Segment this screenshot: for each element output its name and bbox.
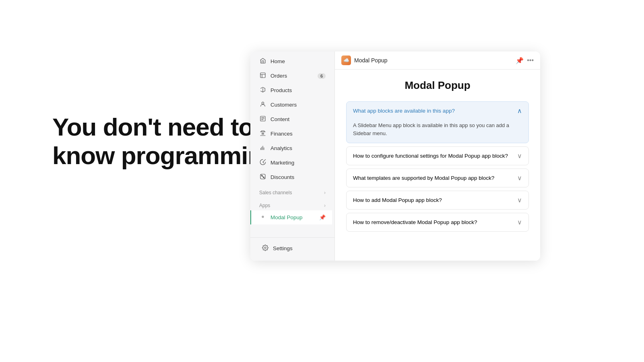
faq-item-1[interactable]: What app blocks are available in this ap… [346,101,529,143]
more-options-icon[interactable]: ••• [527,57,534,64]
sidebar-item-marketing[interactable]: Marketing [253,156,332,170]
main-header: ☁️ Modal Popup 📌 ••• [335,51,540,70]
faq-question-1: What app blocks are available in this ap… [353,108,517,114]
sidebar-item-analytics[interactable]: Analytics [253,141,332,155]
finances-icon [259,130,266,138]
orders-icon [259,72,266,80]
sidebar-content-label: Content [270,116,326,122]
faq-question-5: How to remove/deactivate Modal Popup app… [353,219,517,225]
faq-chevron-1: ∧ [517,107,522,115]
sidebar-item-modal-popup[interactable]: Modal Popup 📌 [250,210,332,224]
header-actions: 📌 ••• [516,57,534,64]
sales-channels-chevron: › [324,190,326,195]
customers-icon [259,101,266,109]
main-header-title: Modal Popup [354,57,512,64]
svg-point-1 [262,102,264,104]
content-icon [259,115,266,123]
svg-rect-0 [260,73,265,78]
sales-channels-label: Sales channels [259,190,292,195]
sidebar-nav: Home Orders 6 Products [250,54,334,237]
faq-chevron-5: ∨ [517,218,522,226]
sidebar-item-customers[interactable]: Customers [253,98,332,112]
modal-popup-icon [259,214,266,221]
home-icon [259,58,266,65]
faq-question-4: How to add Modal Popup app block? [353,197,517,203]
svg-point-6 [262,216,264,218]
faq-header-1[interactable]: What app blocks are available in this ap… [347,102,528,120]
sidebar-item-orders[interactable]: Orders 6 [253,69,332,83]
marketing-icon [259,159,266,167]
faq-header-4[interactable]: How to add Modal Popup app block? ∨ [347,191,528,209]
sidebar-item-finances[interactable]: Finances [253,127,332,141]
sidebar-item-products[interactable]: Products [253,83,332,97]
settings-icon [262,245,269,252]
pin-header-icon[interactable]: 📌 [516,57,524,64]
pin-icon: 📌 [319,214,326,220]
app-icon: ☁️ [341,56,351,65]
faq-header-2[interactable]: How to configure functional settings for… [347,147,528,165]
sidebar-analytics-label: Analytics [270,145,326,151]
faq-header-3[interactable]: What templates are supported by Modal Po… [347,169,528,187]
main-body: Modal Popup What app blocks are availabl… [335,70,540,261]
analytics-icon [259,144,266,152]
faq-chevron-4: ∨ [517,196,522,204]
sidebar-item-home[interactable]: Home [253,54,332,68]
apps-section[interactable]: Apps › [253,199,332,210]
sales-channels-section[interactable]: Sales channels › [253,186,332,197]
products-icon [259,86,266,94]
sidebar-products-label: Products [270,87,326,93]
sidebar-home-label: Home [270,58,326,64]
sidebar-customers-label: Customers [270,102,326,108]
sidebar-modal-popup-label: Modal Popup [270,214,315,220]
faq-question-2: How to configure functional settings for… [353,153,517,159]
faq-body-1: A Slidebar Menu app block is available i… [347,120,528,143]
sidebar-item-settings[interactable]: Settings [255,241,330,255]
page-title: Modal Popup [346,79,529,92]
sidebar-marketing-label: Marketing [270,160,326,166]
ui-panel: Home Orders 6 Products [250,51,540,261]
apps-label: Apps [259,203,270,208]
faq-chevron-3: ∨ [517,174,522,182]
sidebar-footer: Settings [250,237,334,261]
sidebar: Home Orders 6 Products [250,51,335,261]
sidebar-orders-label: Orders [270,73,314,79]
faq-item-3[interactable]: What templates are supported by Modal Po… [346,169,529,187]
sidebar-discounts-label: Discounts [270,174,326,180]
faq-header-5[interactable]: How to remove/deactivate Modal Popup app… [347,213,528,231]
main-content: ☁️ Modal Popup 📌 ••• Modal Popup What ap… [335,51,540,261]
sidebar-item-discounts[interactable]: Discounts [253,170,332,184]
faq-item-4[interactable]: How to add Modal Popup app block? ∨ [346,191,529,210]
apps-chevron: › [324,203,326,208]
faq-item-5[interactable]: How to remove/deactivate Modal Popup app… [346,213,529,232]
faq-chevron-2: ∨ [517,152,522,160]
svg-point-7 [264,247,266,249]
orders-badge: 6 [318,73,326,79]
faq-question-3: What templates are supported by Modal Po… [353,175,517,181]
sidebar-finances-label: Finances [270,131,326,137]
discounts-icon [259,173,266,181]
faq-item-2[interactable]: How to configure functional settings for… [346,146,529,165]
sidebar-item-content[interactable]: Content [253,112,332,126]
sidebar-settings-label: Settings [273,245,323,251]
